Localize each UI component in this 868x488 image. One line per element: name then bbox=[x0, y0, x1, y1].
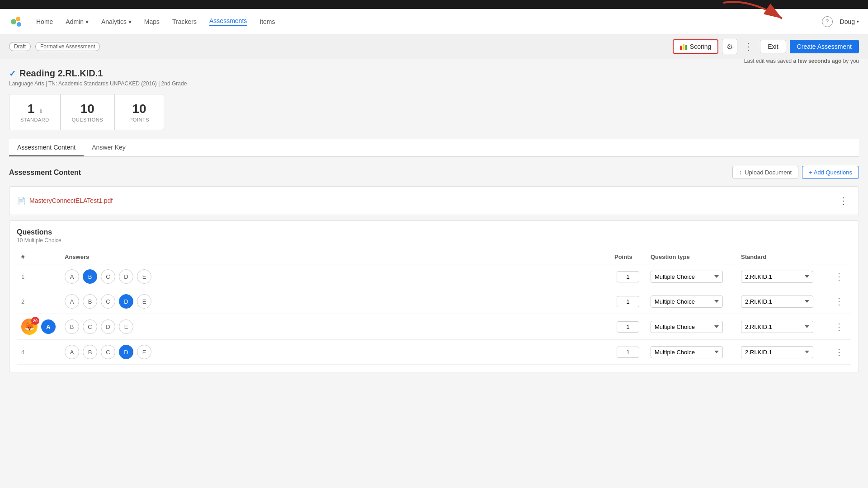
answer-circle-B[interactable]: B bbox=[83, 294, 97, 309]
col-actions bbox=[827, 250, 851, 264]
row-more-button[interactable]: ⋮ bbox=[831, 269, 847, 284]
ellipsis-icon: ⋮ bbox=[744, 41, 754, 52]
exit-button[interactable]: Exit bbox=[760, 40, 786, 53]
add-questions-button[interactable]: + Add Questions bbox=[802, 166, 859, 179]
main-nav: Home Admin ▾ Analytics ▾ Maps Trackers A… bbox=[0, 9, 868, 34]
upload-document-button[interactable]: ↑ Upload Document bbox=[732, 166, 799, 179]
points-cell bbox=[610, 314, 646, 340]
answer-circle-E[interactable]: E bbox=[137, 269, 151, 284]
row-number: 2 bbox=[17, 289, 60, 314]
file-more-button[interactable]: ⋮ bbox=[836, 193, 851, 208]
formative-badge: Formative Assessment bbox=[35, 42, 100, 51]
answer-circle-A[interactable]: A bbox=[65, 269, 79, 284]
answer-circle-E[interactable]: E bbox=[137, 294, 151, 309]
nav-right: ? Doug ▾ bbox=[822, 16, 859, 27]
points-input[interactable] bbox=[617, 296, 639, 307]
answer-circles-cell: ABCDE bbox=[60, 264, 610, 289]
answer-circle-A[interactable]: A bbox=[65, 345, 79, 359]
nav-maps[interactable]: Maps bbox=[144, 18, 160, 25]
create-assessment-button[interactable]: Create Assessment bbox=[790, 40, 859, 53]
info-icon[interactable]: ℹ bbox=[40, 108, 42, 114]
answer-circle-D[interactable]: D bbox=[119, 345, 133, 359]
main-content: ✓ Reading 2.RL.KID.1 Language Arts | TN:… bbox=[0, 59, 868, 381]
points-input[interactable] bbox=[617, 321, 639, 333]
user-menu[interactable]: Doug ▾ bbox=[840, 18, 859, 25]
scoring-button[interactable]: Scoring bbox=[673, 39, 718, 54]
answer-circle-E[interactable]: E bbox=[137, 345, 151, 359]
standard-select[interactable]: 2.RI.KID.1 bbox=[741, 346, 813, 358]
stat-questions-label: QUESTIONS bbox=[72, 117, 103, 122]
table-header-row: # Answers Points Question type Standard bbox=[17, 250, 851, 264]
answer-circles-cell: ABCDE bbox=[60, 340, 610, 365]
answer-circle-D[interactable]: D bbox=[101, 319, 115, 334]
sub-header-actions: Scoring ⚙ ⋮ Exit Create Assessment Last … bbox=[673, 39, 859, 54]
nav-analytics[interactable]: Analytics ▾ bbox=[101, 18, 132, 25]
tab-answer-key[interactable]: Answer Key bbox=[84, 139, 134, 156]
svg-point-0 bbox=[11, 19, 16, 24]
row-actions-cell: ⋮ bbox=[827, 264, 851, 289]
standard-cell: 2.RI.KID.1 bbox=[736, 314, 827, 340]
mascot-badge: 20 bbox=[31, 317, 39, 325]
assessment-title-row: ✓ Reading 2.RL.KID.1 bbox=[9, 68, 859, 79]
answer-circle-C[interactable]: C bbox=[101, 269, 115, 284]
answer-circle-B[interactable]: B bbox=[83, 345, 97, 359]
question-type-select[interactable]: Multiple Choice bbox=[651, 321, 723, 333]
last-edit-text: Last edit was saved a few seconds ago by… bbox=[744, 58, 859, 64]
settings-button[interactable]: ⚙ bbox=[722, 39, 737, 54]
tab-assessment-content[interactable]: Assessment Content bbox=[9, 139, 84, 156]
more-options-button[interactable]: ⋮ bbox=[741, 39, 756, 54]
row-actions-cell: ⋮ bbox=[827, 340, 851, 365]
svg-point-1 bbox=[16, 17, 20, 21]
nav-assessments[interactable]: Assessments bbox=[209, 17, 247, 26]
standard-select[interactable]: 2.RI.KID.1 bbox=[741, 321, 813, 333]
help-icon[interactable]: ? bbox=[822, 16, 833, 27]
answer-circle-D[interactable]: D bbox=[119, 294, 133, 309]
standard-cell: 2.RI.KID.1 bbox=[736, 264, 827, 289]
answer-circle-C[interactable]: C bbox=[83, 319, 97, 334]
assessment-meta: Language Arts | TN: Academic Standards U… bbox=[9, 80, 859, 87]
table-row: 2ABCDEMultiple Choice2.RI.KID.1⋮ bbox=[17, 289, 851, 314]
standard-select[interactable]: 2.RI.KID.1 bbox=[741, 271, 813, 283]
question-type-select[interactable]: Multiple Choice bbox=[651, 296, 723, 308]
stats-row: 1 ℹ STANDARD 10 QUESTIONS 10 POINTS bbox=[9, 94, 859, 130]
logo[interactable] bbox=[9, 14, 24, 29]
answer-circle-D[interactable]: D bbox=[119, 269, 133, 284]
row-more-button[interactable]: ⋮ bbox=[831, 344, 847, 360]
question-type-select[interactable]: Multiple Choice bbox=[651, 271, 723, 283]
file-ellipsis-icon: ⋮ bbox=[839, 195, 849, 206]
sub-header: Draft Formative Assessment Scoring bbox=[0, 34, 868, 59]
standard-select[interactable]: 2.RI.KID.1 bbox=[741, 296, 813, 308]
answer-circles: BCDE bbox=[65, 319, 605, 334]
nav-trackers[interactable]: Trackers bbox=[172, 18, 197, 25]
exit-label: Exit bbox=[768, 43, 778, 50]
create-label: Create Assessment bbox=[797, 43, 852, 50]
question-type-select[interactable]: Multiple Choice bbox=[651, 346, 723, 358]
bar3 bbox=[685, 45, 687, 50]
row-more-button[interactable]: ⋮ bbox=[831, 319, 847, 334]
nav-home[interactable]: Home bbox=[36, 18, 53, 25]
gear-icon: ⚙ bbox=[726, 42, 733, 51]
nav-items[interactable]: Items bbox=[259, 18, 275, 25]
answer-circle-C[interactable]: C bbox=[101, 294, 115, 309]
points-input[interactable] bbox=[617, 271, 639, 282]
nav-admin[interactable]: Admin ▾ bbox=[66, 18, 89, 25]
col-standard: Standard bbox=[736, 250, 827, 264]
col-number: # bbox=[17, 250, 60, 264]
nav-left: Home Admin ▾ Analytics ▾ Maps Trackers A… bbox=[9, 14, 275, 29]
section-actions: ↑ Upload Document + Add Questions bbox=[732, 166, 859, 179]
answer-circle-B[interactable]: B bbox=[65, 319, 79, 334]
answer-circles-cell: BCDE bbox=[60, 314, 610, 340]
points-input[interactable] bbox=[617, 347, 639, 358]
col-points: Points bbox=[610, 250, 646, 264]
answer-circle-A[interactable]: A bbox=[65, 294, 79, 309]
answer-circle-C[interactable]: C bbox=[101, 345, 115, 359]
stat-points-label: POINTS bbox=[129, 117, 149, 122]
user-name: Doug bbox=[840, 18, 855, 25]
answer-circle-E[interactable]: E bbox=[119, 319, 133, 334]
row-more-button[interactable]: ⋮ bbox=[831, 294, 847, 309]
table-row: 4ABCDEMultiple Choice2.RI.KID.1⋮ bbox=[17, 340, 851, 365]
upload-label: Upload Document bbox=[745, 169, 792, 176]
answer-circle-B[interactable]: B bbox=[83, 269, 97, 284]
user-chevron-icon: ▾ bbox=[857, 19, 859, 24]
scoring-label: Scoring bbox=[690, 43, 711, 50]
